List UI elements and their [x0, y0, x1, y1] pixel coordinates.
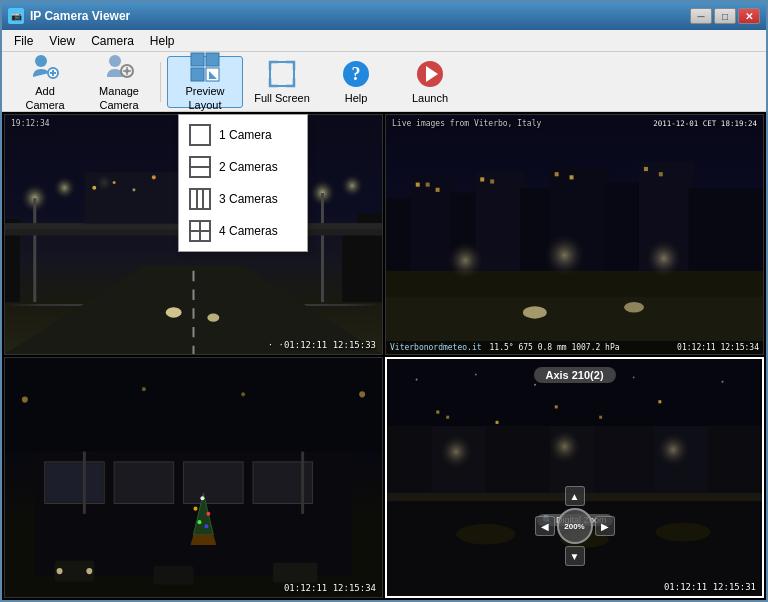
layout-3-label: 3 Cameras [219, 192, 278, 206]
svg-rect-57 [416, 183, 420, 187]
svg-point-8 [125, 69, 129, 73]
camera-2[interactable]: Live images from Viterbo, Italy 2011-12-… [385, 114, 764, 355]
launch-button[interactable]: Launch [395, 56, 465, 108]
svg-point-124 [534, 384, 536, 386]
layout-2-icon [189, 156, 211, 178]
cam2-weather-data: 11.5° 675 0.8 mm 1007.2 hPa [490, 343, 620, 352]
cam3-timestamp: 01:12:11 12:15:34 [284, 583, 376, 593]
ptz-left-button[interactable]: ◀ [535, 516, 555, 536]
svg-rect-127 [436, 411, 439, 414]
layout-cell [190, 167, 210, 177]
layout-2-cameras[interactable]: 2 Cameras [179, 151, 307, 183]
layout-cell [190, 221, 200, 231]
svg-point-82 [200, 496, 204, 500]
menu-help[interactable]: Help [142, 32, 183, 50]
app-icon: 📷 [8, 8, 24, 24]
menu-view[interactable]: View [41, 32, 83, 50]
help-button[interactable]: ? Help [321, 56, 391, 108]
ptz-down-button[interactable]: ▼ [565, 546, 585, 566]
layout-1-icon [189, 124, 211, 146]
manage-camera-button[interactable]: Manage Camera [84, 56, 154, 108]
svg-point-55 [543, 232, 587, 278]
layout-3-cameras[interactable]: 3 Cameras [179, 183, 307, 215]
layout-2-label: 2 Cameras [219, 160, 278, 174]
camera-3-feed: 01:12:11 12:15:34 [5, 358, 382, 597]
svg-point-125 [633, 377, 635, 379]
menu-bar: File View Camera Help [2, 30, 766, 52]
svg-rect-60 [480, 177, 484, 181]
camera-3[interactable]: 01:12:11 12:15:34 [4, 357, 383, 598]
svg-rect-58 [426, 183, 430, 187]
cam4-title: Axis 210(2) [533, 367, 615, 383]
svg-point-22 [53, 175, 77, 200]
svg-point-89 [359, 391, 365, 397]
svg-rect-132 [658, 400, 661, 403]
layout-cell [190, 231, 200, 241]
ptz-center-button[interactable]: 200% [557, 508, 593, 544]
help-label: Help [345, 92, 368, 105]
menu-camera[interactable]: Camera [83, 32, 142, 50]
add-camera-button[interactable]: Add Camera [10, 56, 80, 108]
layout-4-label: 4 Cameras [219, 224, 278, 238]
preview-layout-button[interactable]: Preview Layout [167, 56, 243, 108]
svg-point-56 [644, 238, 684, 280]
svg-rect-11 [191, 68, 204, 81]
svg-rect-117 [708, 416, 762, 493]
menu-file[interactable]: File [6, 32, 41, 50]
svg-point-118 [438, 433, 474, 470]
toolbar-separator-1 [160, 62, 161, 102]
close-button[interactable]: ✕ [738, 8, 760, 24]
full-screen-button[interactable]: Full Screen [247, 56, 317, 108]
title-bar: 📷 IP Camera Viewer ─ □ ✕ [2, 2, 766, 30]
svg-point-31 [166, 307, 182, 317]
manage-camera-icon [103, 51, 135, 83]
svg-rect-59 [436, 188, 440, 192]
svg-point-78 [194, 507, 198, 511]
layout-1-label: 1 Camera [219, 128, 272, 142]
svg-rect-94 [273, 563, 318, 583]
svg-rect-113 [486, 416, 555, 493]
svg-point-120 [655, 431, 691, 468]
layout-1-camera[interactable]: 1 Camera [179, 119, 307, 151]
maximize-button[interactable]: □ [714, 8, 736, 24]
svg-point-126 [722, 381, 724, 383]
layout-cell [190, 125, 210, 145]
svg-point-119 [547, 428, 583, 465]
svg-marker-77 [191, 535, 217, 545]
svg-rect-63 [570, 175, 574, 179]
svg-text:?: ? [352, 64, 361, 84]
ptz-controls: ▲ ◀ 200% ▶ ▼ [535, 486, 615, 566]
svg-point-90 [142, 387, 146, 391]
minimize-button[interactable]: ─ [690, 8, 712, 24]
cam2-timestamp-br: 01:12:11 12:15:34 [677, 343, 759, 352]
svg-rect-73 [184, 462, 244, 504]
cam2-weather-url: Viterbonordmeteo.it [390, 343, 482, 352]
cam4-timestamp: 01:12:11 12:15:31 [664, 582, 756, 592]
svg-rect-10 [206, 53, 219, 66]
svg-point-79 [206, 512, 210, 516]
svg-point-32 [207, 313, 219, 321]
ptz-up-button[interactable]: ▲ [565, 486, 585, 506]
ptz-right-button[interactable]: ▶ [595, 516, 615, 536]
svg-rect-14 [270, 62, 294, 86]
camera-grid: 19:12:34 · ·01:12:11 12:15:33 [2, 112, 766, 600]
layout-4-cameras[interactable]: 4 Cameras [179, 215, 307, 247]
svg-rect-131 [599, 416, 602, 419]
svg-rect-65 [659, 172, 663, 176]
svg-rect-87 [5, 358, 382, 452]
cam2-url: Live images from Viterbo, Italy [392, 119, 541, 128]
svg-point-0 [35, 55, 47, 67]
zoom-level: 200% [564, 522, 584, 531]
camera-4[interactable]: Axis 210(2) 🔍 Digital Zoom ▲ ◀ 200% [385, 357, 764, 598]
svg-rect-129 [496, 421, 499, 424]
layout-3-icon [189, 188, 211, 210]
svg-point-37 [113, 181, 116, 184]
svg-rect-93 [154, 566, 194, 585]
svg-point-95 [57, 568, 63, 574]
svg-rect-64 [644, 167, 648, 171]
layout-4-icon [189, 220, 211, 242]
svg-point-67 [523, 306, 547, 318]
layout-cell [200, 231, 210, 241]
svg-point-80 [197, 520, 201, 524]
svg-rect-61 [490, 179, 494, 183]
